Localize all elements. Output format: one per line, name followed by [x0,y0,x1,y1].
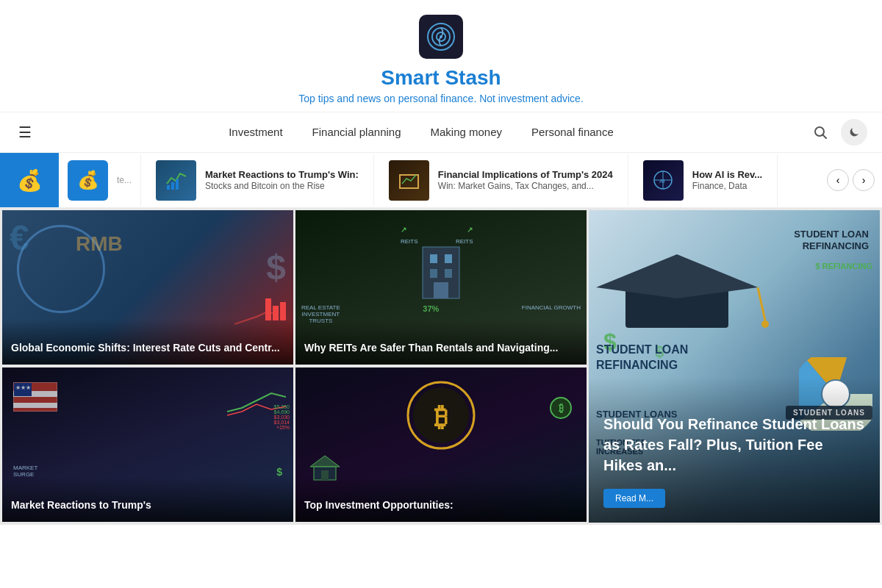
ticker-thumbnail: AI [643,160,684,201]
article-title: Top Investment Opportunities: [304,498,578,513]
ticker-text: How AI is Rev... Finance, Data [692,169,762,192]
card-overlay: Why REITs Are Safer Than Rentals and Nav… [295,319,587,365]
article-title: Market Reactions to Trump's [11,498,284,513]
card-overlay: Global Economic Shifts: Interest Rate Cu… [2,319,293,365]
ticker-item[interactable]: AI How AI is Rev... Finance, Data [628,154,778,207]
svg-rect-15 [430,254,437,263]
nav-actions [807,119,867,146]
money-bag-icon: 💰 [17,168,43,193]
svg-point-27 [761,320,769,328]
nav-item-investment[interactable]: Investment [229,126,282,138]
ticker-bar: 💰 💰 te... Market Reactions to Trump's Wi… [0,153,882,208]
svg-rect-8 [176,179,179,190]
article-title: Global Economic Shifts: Interest Rate Cu… [11,341,284,356]
nav-item-financial-planning[interactable]: Financial planning [312,126,401,138]
ticker-thumbnail: 💰 [68,160,108,201]
svg-point-4 [815,127,824,136]
svg-text:AI: AI [659,178,665,184]
read-more-button[interactable]: Read M... [603,489,665,508]
article-title: Why REITs Are Safer Than Rentals and Nav… [304,341,578,356]
article-card-reits[interactable]: ↗ ↗ REITS REITS REAL ESTATEINVESTMENTTRU… [295,210,587,365]
article-card-student-loans[interactable]: $ $ STUDENT LOAN REFINANCING $ REFIANCIN… [589,210,880,523]
svg-marker-37 [310,456,340,467]
svg-rect-9 [400,175,418,188]
ticker-item[interactable]: Financial Implications of Trump's 2024 W… [374,154,628,207]
svg-text:₿: ₿ [434,402,448,432]
main-nav: ☰ Investment Financial planning Making m… [0,112,882,153]
moon-icon [848,126,860,138]
ticker-text: Financial Implications of Trump's 2024 W… [438,169,613,192]
ticker-item[interactable]: Market Reactions to Trump's Win: Stocks … [141,154,374,207]
nav-links: Investment Financial planning Making mon… [35,126,807,139]
card-overlay: Should You Refinance Student Loans as Ra… [589,377,880,523]
site-subtitle: Top tips and news on personal finance. N… [0,93,882,104]
hamburger-button[interactable]: ☰ [15,120,35,145]
ticker-text: te... [117,175,132,185]
ticker-text: Market Reactions to Trump's Win: Stocks … [205,169,359,192]
article-title: Should You Refinance Student Loans as Ra… [603,414,865,476]
site-logo[interactable] [419,15,463,59]
ticker-item[interactable]: 💰 te... [59,154,141,207]
svg-rect-19 [434,282,448,298]
ticker-navigation: ‹ › [820,169,882,191]
article-card-top-investment[interactable]: ₿ ₿ Top Investment Opportunities: [295,368,587,522]
nav-item-personal-finance[interactable]: Personal finance [531,126,614,138]
ticker-logo: 💰 [0,153,59,208]
card-overlay: Top Investment Opportunities: [295,476,587,522]
site-title: Smart Stash [0,66,882,90]
nav-item-making-money[interactable]: Making money [431,126,503,138]
svg-text:REITS: REITS [456,238,473,245]
search-icon [814,126,827,139]
svg-rect-17 [430,269,437,278]
svg-rect-7 [171,182,174,190]
ticker-thumbnail [156,160,196,201]
search-button[interactable] [807,119,833,146]
svg-rect-16 [445,254,452,263]
ticker-next-button[interactable]: › [853,169,875,191]
article-card-market-reactions[interactable]: ★★★ $ MARKET SURGE $5,350 $4,690 [2,368,293,522]
svg-line-5 [823,135,826,138]
svg-text:↗: ↗ [401,226,406,234]
svg-line-26 [758,287,765,320]
card-overlay: Market Reactions to Trump's [2,476,293,522]
site-header: Smart Stash Top tips and news on persona… [0,0,882,112]
svg-marker-25 [596,254,758,298]
svg-rect-18 [445,269,452,278]
ticker-items: 💰 te... Market Reactions to Trump's Win:… [59,154,820,207]
ticker-prev-button[interactable]: ‹ [827,169,849,191]
svg-text:REITS: REITS [401,238,418,245]
article-grid: € $ RMB Global Economic Shifts: Interest… [0,208,882,525]
dark-mode-button[interactable] [841,119,867,146]
article-card-global-economic[interactable]: € $ RMB Global Economic Shifts: Interest… [2,210,293,365]
svg-text:↗: ↗ [467,226,473,234]
ticker-thumbnail [389,160,429,201]
svg-rect-6 [167,185,170,190]
